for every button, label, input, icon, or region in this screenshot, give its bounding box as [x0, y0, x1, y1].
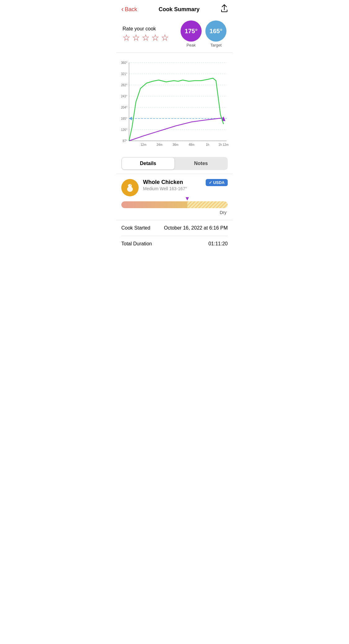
food-name: Whole Chicken: [143, 179, 201, 186]
header: ‹ Back Cook Summary: [116, 0, 233, 17]
doneness-labels: Dry: [121, 210, 228, 215]
svg-text:24m: 24m: [157, 143, 163, 146]
svg-marker-25: [129, 117, 132, 120]
bar-solid: [121, 201, 187, 208]
chart-container: .grid-line { stroke: #d0d8e8; stroke-wid…: [116, 53, 233, 153]
tab-details[interactable]: Details: [122, 158, 174, 169]
star-2[interactable]: ☆: [132, 34, 140, 42]
svg-text:360°: 360°: [121, 61, 127, 65]
peak-temp-bubble: 175°: [181, 20, 202, 42]
food-icon: [121, 179, 139, 196]
cook-started-value: October 16, 2022 at 6:16 PM: [164, 225, 228, 231]
doneness-bar: [121, 201, 228, 208]
target-temp-circle: 165° Target: [205, 20, 226, 47]
total-duration-label: Total Duration: [121, 241, 152, 247]
food-doneness: Medium Well 163-167°: [143, 186, 201, 191]
rating-section: Rate your cook ☆ ☆ ☆ ☆ ☆ 175° Peak 165° …: [116, 17, 233, 52]
doneness-range: 163-167°: [169, 186, 187, 191]
back-chevron-icon: ‹: [121, 6, 123, 13]
doneness-name: Medium Well: [143, 186, 168, 191]
svg-text:321°: 321°: [121, 72, 127, 76]
chicken-icon: [125, 182, 135, 193]
share-icon: [221, 4, 228, 12]
svg-text:204°: 204°: [121, 106, 127, 109]
doneness-end-label: Dry: [220, 210, 226, 215]
usda-badge: ✓ USDA: [206, 179, 228, 186]
temperature-chart: .grid-line { stroke: #d0d8e8; stroke-wid…: [116, 56, 230, 149]
svg-text:165°: 165°: [121, 117, 127, 120]
svg-text:126°: 126°: [121, 128, 127, 132]
doneness-indicator: ▼: [185, 196, 190, 201]
peak-temp-circle: 175° Peak: [181, 20, 202, 47]
target-temp-label: Target: [210, 43, 221, 47]
temp-circles: 175° Peak 165° Target: [181, 20, 226, 47]
cook-stats: Cook Started October 16, 2022 at 6:16 PM…: [116, 220, 233, 252]
stat-row-started: Cook Started October 16, 2022 at 6:16 PM: [121, 220, 228, 236]
svg-text:1h: 1h: [206, 143, 209, 146]
svg-text:36m: 36m: [172, 143, 178, 146]
rating-left: Rate your cook ☆ ☆ ☆ ☆ ☆: [123, 26, 169, 42]
doneness-bar-wrapper: ▼: [121, 201, 228, 208]
peak-temp-value: 175°: [185, 28, 197, 35]
svg-point-31: [130, 185, 131, 186]
star-3[interactable]: ☆: [142, 34, 150, 42]
total-duration-value: 01:11:20: [208, 241, 228, 247]
target-temp-bubble: 165°: [205, 20, 226, 42]
svg-text:48m: 48m: [189, 143, 195, 146]
svg-text:282°: 282°: [121, 83, 127, 87]
rate-label: Rate your cook: [123, 26, 156, 32]
tab-notes[interactable]: Notes: [175, 158, 227, 169]
peak-temp-label: Peak: [186, 43, 196, 47]
cook-started-label: Cook Started: [121, 225, 150, 231]
share-button[interactable]: [221, 4, 228, 14]
food-info: Whole Chicken Medium Well 163-167°: [143, 179, 201, 191]
back-button[interactable]: ‹ Back: [121, 6, 137, 13]
doneness-bar-section: ▼ Dry: [116, 200, 233, 220]
back-label: Back: [125, 6, 137, 13]
svg-text:1h 12m: 1h 12m: [218, 143, 228, 146]
bar-hatched: [187, 201, 228, 208]
svg-text:12m: 12m: [141, 143, 146, 146]
target-temp-value: 165°: [209, 28, 222, 35]
tabs-section: Details Notes: [116, 153, 233, 174]
star-5[interactable]: ☆: [161, 34, 169, 42]
svg-text:87°: 87°: [123, 139, 127, 143]
star-rating[interactable]: ☆ ☆ ☆ ☆ ☆: [123, 34, 169, 42]
stat-row-duration: Total Duration 01:11:20: [121, 236, 228, 252]
svg-text:243°: 243°: [121, 95, 127, 98]
page-title: Cook Summary: [159, 6, 199, 13]
star-4[interactable]: ☆: [151, 34, 159, 42]
tabs-container: Details Notes: [121, 157, 228, 170]
food-item: Whole Chicken Medium Well 163-167° ✓ USD…: [116, 174, 233, 200]
star-1[interactable]: ☆: [123, 34, 130, 42]
